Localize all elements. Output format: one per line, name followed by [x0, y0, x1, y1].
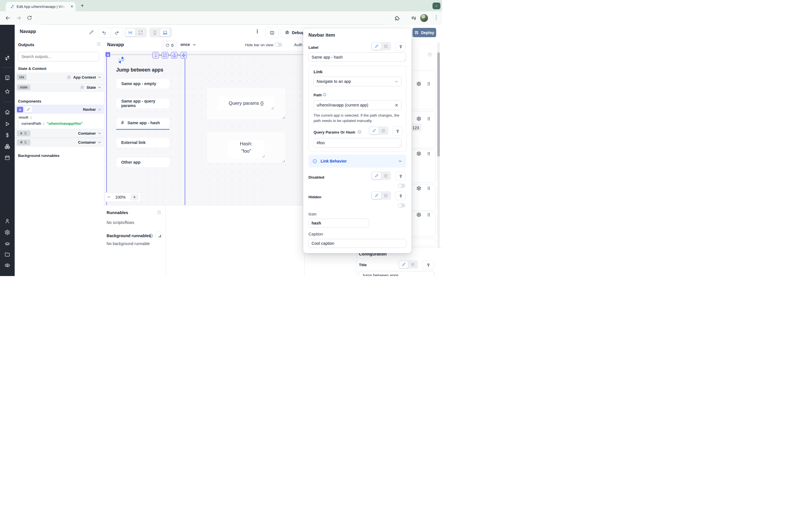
scrollbar-thumb[interactable] — [437, 52, 440, 157]
static-pen-button[interactable] — [369, 127, 378, 134]
icon-input[interactable]: hash — [308, 219, 369, 228]
card-drag-grid-icon[interactable] — [426, 212, 431, 217]
selection-right-edge[interactable] — [185, 54, 185, 205]
windmill-logo-icon[interactable] — [4, 55, 11, 61]
label-input[interactable]: Same app - hash — [308, 52, 406, 62]
card-gear-icon[interactable] — [416, 81, 421, 86]
chevron-down-icon[interactable] — [98, 140, 101, 144]
sidebar-item-favorites-icon[interactable] — [4, 89, 10, 94]
browser-tab[interactable]: Edit App u/henri/navapp | Win ✕ — [6, 2, 75, 11]
deploy-button[interactable]: Deploy — [412, 28, 436, 37]
component-id-badge[interactable]: a — [105, 52, 110, 57]
query-params-input[interactable]: #foo — [313, 138, 402, 148]
static-pen-button[interactable] — [399, 261, 408, 268]
title-input[interactable]: Jump between apps — [359, 271, 435, 276]
expand-down-button[interactable] — [152, 52, 159, 59]
sidebar-item-audit-icon[interactable] — [4, 263, 10, 268]
card-gear-icon[interactable] — [416, 186, 421, 191]
ctx-row[interactable]: ctx App Context — [15, 73, 104, 82]
textarea-resize-icon[interactable] — [402, 57, 405, 61]
outputs-doc-icon[interactable] — [96, 42, 101, 47]
settings-doc-icon[interactable] — [427, 52, 432, 57]
browser-menu-icon[interactable]: ⋮ — [434, 14, 439, 20]
function-mode-button[interactable] — [378, 129, 388, 133]
static-pen-button[interactable] — [372, 172, 381, 179]
extensions-puzzle-icon[interactable] — [394, 15, 400, 21]
nav-item-same-app-query-params[interactable]: Same app - query params — [116, 99, 169, 108]
refresh-count-button[interactable]: 0 — [161, 41, 177, 50]
nav-item-other-app[interactable]: Other app — [116, 158, 169, 167]
back-icon[interactable] — [5, 15, 11, 21]
tab-search-button[interactable] — [433, 3, 441, 9]
sidebar-item-apps-icon[interactable] — [4, 75, 10, 80]
connect-plug-button[interactable] — [393, 126, 403, 135]
more-menu-icon[interactable]: ⋮ — [255, 29, 260, 34]
connect-plug-button[interactable] — [396, 42, 406, 51]
card-gear-icon[interactable] — [416, 151, 421, 156]
connect-plug-button[interactable] — [396, 172, 406, 180]
disabled-toggle[interactable] — [398, 184, 405, 188]
card-drag-grid-icon[interactable] — [426, 81, 431, 86]
container-e-row[interactable]: e Container — [15, 129, 104, 138]
hash-container[interactable]: Hash: "foo" — [207, 132, 285, 163]
sidebar-item-resources-icon[interactable] — [4, 144, 10, 149]
mobile-preview-button[interactable] — [150, 29, 160, 36]
function-mode-button[interactable] — [381, 174, 391, 178]
media-controls-icon[interactable] — [411, 15, 416, 21]
card-gear-icon[interactable] — [416, 116, 421, 121]
nav-item-external-link[interactable]: External link — [116, 138, 169, 147]
sidebar-item-runs-icon[interactable] — [4, 121, 10, 127]
sidebar-item-home-icon[interactable] — [4, 109, 10, 115]
info-icon[interactable] — [357, 130, 361, 134]
function-mode-button[interactable] — [408, 263, 417, 267]
zoom-out-button[interactable]: − — [107, 194, 110, 200]
info-icon[interactable] — [149, 233, 153, 238]
runnables-doc-icon[interactable] — [157, 210, 161, 215]
card-drag-grid-icon[interactable] — [426, 151, 431, 156]
move-button[interactable] — [180, 52, 187, 59]
add-background-runnable-button[interactable] — [155, 231, 163, 239]
hidden-toggle[interactable] — [398, 203, 405, 208]
static-pen-button[interactable] — [372, 43, 381, 50]
desktop-preview-button[interactable] — [160, 29, 170, 36]
sidebar-item-folders-icon[interactable] — [4, 251, 10, 257]
sidebar-item-settings-icon[interactable] — [4, 230, 10, 235]
clear-x-icon[interactable] — [395, 103, 399, 107]
link-type-select[interactable]: Navigate to an app — [313, 76, 402, 86]
run-mode-select[interactable]: once — [181, 42, 197, 47]
new-tab-icon[interactable]: + — [81, 3, 84, 8]
sidebar-item-schedules-icon[interactable] — [4, 155, 10, 161]
edit-id-pen-icon[interactable] — [24, 107, 32, 113]
resize-corner-icon[interactable] — [261, 154, 265, 158]
resize-corner-icon[interactable] — [281, 159, 285, 163]
chevron-down-icon[interactable] — [98, 75, 101, 79]
chevron-down-icon[interactable] — [98, 86, 101, 89]
sidebar-item-workers-icon[interactable] — [4, 241, 10, 246]
card-drag-grid-icon[interactable] — [426, 186, 431, 191]
undo-button[interactable] — [98, 28, 111, 38]
resize-corner-icon[interactable] — [281, 115, 285, 119]
connect-plug-button[interactable] — [396, 191, 406, 200]
static-pen-button[interactable] — [372, 192, 381, 199]
container-d-row[interactable]: d Container — [15, 138, 104, 147]
tab-close-icon[interactable]: ✕ — [69, 4, 74, 9]
function-mode-button[interactable] — [381, 44, 391, 48]
nav-item-same-app-hash[interactable]: # Same app - hash — [116, 118, 169, 128]
rename-pen-icon[interactable] — [89, 30, 94, 35]
link-behavior-banner[interactable]: Link Behavior — [308, 155, 406, 168]
zoom-in-button[interactable]: + — [131, 194, 139, 201]
info-icon[interactable] — [322, 93, 326, 97]
card-drag-grid-icon[interactable] — [426, 116, 431, 121]
textarea-resize-icon[interactable] — [398, 144, 401, 147]
query-params-container[interactable]: Query params {} — [207, 88, 285, 119]
docs-book-button[interactable] — [265, 27, 279, 38]
avatar[interactable] — [420, 14, 428, 22]
connect-plug-button[interactable] — [422, 260, 434, 269]
hide-bar-toggle[interactable] — [274, 43, 282, 47]
full-width-button[interactable] — [136, 29, 145, 36]
selection-left-edge[interactable] — [106, 54, 107, 205]
reload-icon[interactable] — [27, 15, 32, 20]
sidebar-item-users-icon[interactable] — [4, 218, 10, 224]
resize-corner-icon[interactable] — [270, 106, 274, 110]
fullscreen-button[interactable] — [161, 52, 168, 59]
